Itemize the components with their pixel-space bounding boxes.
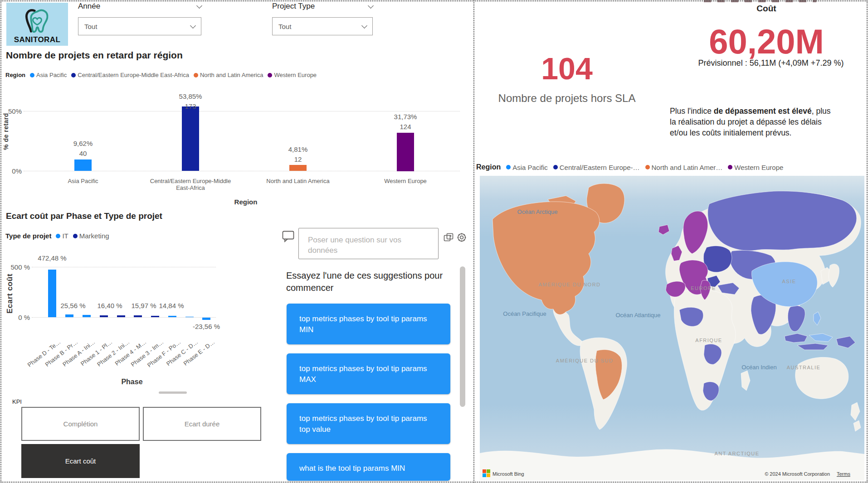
qa-suggestion-button[interactable]: top metrics phases by tool tip params MI… xyxy=(287,304,450,344)
bar-phase-1[interactable] xyxy=(100,315,108,317)
clipped-text-fragment xyxy=(704,0,816,2)
bar-count-label: 40 xyxy=(56,150,110,157)
cost-chart-h-scrollbar[interactable] xyxy=(159,391,187,394)
gridline-500pct xyxy=(32,267,216,267)
legend-item-asia-pacific[interactable]: Asia Pacific xyxy=(30,72,67,78)
map-legend: Region Asia Pacific Central/Eastern Euro… xyxy=(476,163,783,171)
bar-value-label: 14,84 % xyxy=(144,302,199,309)
legend-title: Region xyxy=(5,72,25,78)
visual-divider xyxy=(473,0,474,483)
bar-cee-mea[interactable] xyxy=(182,106,199,171)
legend-dot xyxy=(553,165,558,169)
map-label: AFRIQUE xyxy=(695,338,722,343)
bar-pct-label: 53,85% xyxy=(163,92,218,100)
bing-map-canvas[interactable]: Océan Arctique AMÉRIQUE DU NORD Océan Pa… xyxy=(480,176,864,480)
gridline-0pct xyxy=(32,317,216,318)
slicer-project-type: Project Type Tout xyxy=(272,2,373,11)
sla-card-label: Nombre de projets hors SLA xyxy=(478,92,655,105)
bar-phase-3[interactable] xyxy=(151,316,159,317)
qa-scrollbar[interactable] xyxy=(460,266,465,407)
delay-chart-title: Nombre de projets en retard par région xyxy=(6,50,183,61)
map-label: AMÉRIQUE DU NORD xyxy=(538,282,600,287)
map-label: AMÉRIQUE DU SUD xyxy=(556,358,613,363)
bar-phase-f[interactable] xyxy=(168,316,176,317)
gridline-50pct xyxy=(24,111,460,111)
legend-dot xyxy=(194,73,198,77)
bing-attribution: Microsoft Bing xyxy=(493,471,524,477)
bar-phase-c[interactable] xyxy=(185,317,194,317)
brand-logo: SANITORAL xyxy=(6,3,68,46)
cost-chart-legend: Type de projet IT Marketing xyxy=(5,232,109,240)
eastern-europe xyxy=(703,246,731,272)
bar-count-label: 173 xyxy=(163,102,218,110)
annee-dropdown[interactable]: Tout xyxy=(78,17,201,35)
bar-phase-b[interactable] xyxy=(65,314,73,317)
qa-placeholder: Poser une question sur vos données xyxy=(308,235,421,256)
cost-card-title: Coût xyxy=(680,4,853,14)
kpi-button-completion[interactable]: Complétion xyxy=(21,407,140,441)
bar-phase-a[interactable] xyxy=(83,315,91,317)
overrun-index-note: Plus l'indice de dépassement est élevé, … xyxy=(670,106,839,138)
bar-pct-label: 9,62% xyxy=(56,140,110,147)
gear-icon[interactable] xyxy=(456,232,467,243)
y-tick-500: 500 % xyxy=(6,263,30,271)
legend-item-cee-mea[interactable]: Central/Eastern Europe-… xyxy=(553,164,640,171)
legend-item-western-europe[interactable]: Western Europe xyxy=(728,164,783,171)
bar-asia-pacific[interactable] xyxy=(74,159,92,171)
chevron-down-icon xyxy=(190,23,196,29)
legend-item-western-europe[interactable]: Western Europe xyxy=(268,72,317,78)
kpi-button-ecart-cout[interactable]: Ecart coût xyxy=(21,444,140,478)
y-tick-0: 0% xyxy=(2,167,22,175)
chat-bubble-icon[interactable] xyxy=(282,231,295,242)
cost-chart-title: Ecart coût par Phase et Type de projet xyxy=(6,211,162,221)
map-label: Océan Pacifique xyxy=(503,310,546,317)
bar-pct-label: 4,81% xyxy=(271,145,325,153)
legend-item-it[interactable]: IT xyxy=(56,232,68,240)
project-type-dropdown[interactable]: Tout xyxy=(272,17,373,35)
kpi-button-ecart-duree[interactable]: Ecart durée xyxy=(143,407,261,441)
legend-item-north-latin-america[interactable]: North and Latin Amer… xyxy=(645,164,723,171)
y-tick-50: 50% xyxy=(2,107,22,115)
delay-chart-y-axis-title: % de retard xyxy=(2,95,10,168)
bar-phase-4[interactable] xyxy=(134,315,142,317)
chevron-down-icon[interactable] xyxy=(196,3,202,9)
tooth-heart-icon xyxy=(23,7,51,35)
bar-pct-label: 31,73% xyxy=(378,113,433,121)
world-map[interactable]: Océan Arctique AMÉRIQUE DU NORD Océan Pa… xyxy=(480,176,864,480)
bar-phase-d[interactable] xyxy=(48,270,56,317)
x-category-label: Asia Pacific xyxy=(38,178,128,184)
legend-dot xyxy=(73,234,78,238)
legend-title: Region xyxy=(476,163,501,171)
legend-item-asia-pacific[interactable]: Asia Pacific xyxy=(506,164,548,171)
cost-chart-x-axis-title: Phase xyxy=(109,378,155,386)
x-category-label: Central/Eastern Europe-Middle East-Afric… xyxy=(145,178,236,191)
legend-title: Type de projet xyxy=(5,232,51,240)
legend-item-north-latin-america[interactable]: North and Latin America xyxy=(194,72,263,78)
bar-western-europe[interactable] xyxy=(397,133,414,171)
legend-dot xyxy=(506,165,511,169)
bar-count-label: 124 xyxy=(378,123,433,130)
project-type-dropdown-value: Tout xyxy=(278,23,291,30)
gridline-0pct xyxy=(24,171,460,171)
qa-suggestion-button[interactable]: what is the tool tip params MIN xyxy=(287,453,450,481)
map-label: EUROPE xyxy=(691,285,716,291)
terms-link[interactable]: Terms xyxy=(837,471,850,477)
pop-out-visual-icon[interactable] xyxy=(444,233,454,242)
map-label: Océan Indien xyxy=(741,364,776,371)
bar-north-latin-america[interactable] xyxy=(289,165,307,171)
qa-question-input[interactable]: Poser une question sur vos données xyxy=(298,228,439,259)
annee-dropdown-value: Tout xyxy=(84,23,97,30)
legend-dot xyxy=(71,73,76,77)
cost-card-value: 60,20M xyxy=(680,22,853,61)
legend-item-marketing[interactable]: Marketing xyxy=(73,232,109,240)
bar-phase-e[interactable] xyxy=(202,318,210,320)
chevron-down-icon[interactable] xyxy=(368,3,374,9)
qa-suggestion-button[interactable]: top metrics phases by tool tip params to… xyxy=(287,403,450,444)
qa-suggestion-button[interactable]: top metrics phases by tool tip params MA… xyxy=(287,353,450,394)
map-label: AUSTRALIE xyxy=(787,365,821,370)
map-label: ASIE xyxy=(782,279,796,284)
slicer-annee: Année Tout xyxy=(78,2,201,11)
legend-item-cee-mea[interactable]: Central/Eastern Europe-Middle East-Afric… xyxy=(71,72,189,78)
bar-phase-2[interactable] xyxy=(117,315,125,317)
map-label: Océan Arctique xyxy=(517,208,558,215)
